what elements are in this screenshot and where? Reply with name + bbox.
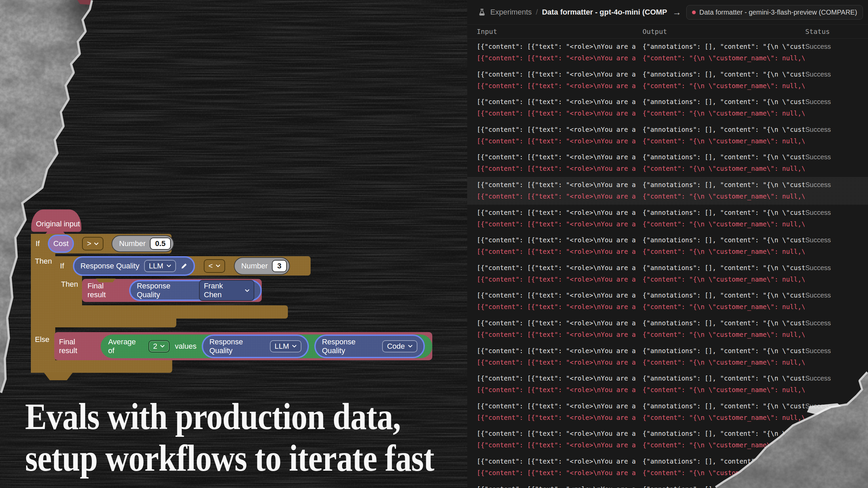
outer-if-spine[interactable] <box>31 234 55 373</box>
headline-line2: setup workflows to iterate fast <box>25 438 434 479</box>
final-result-block-then[interactable]: Final result Response Quality Frank Chen <box>82 279 262 302</box>
block-connector-tab <box>96 279 116 282</box>
cost-variable-pill[interactable]: Cost <box>48 235 74 253</box>
operator-label: > <box>87 239 91 248</box>
llm-label: LLM <box>149 262 163 270</box>
response-quality-code-pill[interactable]: Response Quality Code <box>314 334 425 358</box>
number-value-input[interactable]: 3 <box>272 260 287 272</box>
outer-if-row[interactable]: If Cost > Number 0.5 <box>31 234 172 253</box>
nested-if-bottom-closure <box>55 319 176 327</box>
then-label: Then <box>61 280 78 289</box>
pencil-edit-icon[interactable] <box>181 263 188 269</box>
greater-than-dropdown[interactable]: > <box>82 237 103 250</box>
if-label: If <box>60 262 64 270</box>
code-dropdown[interactable]: Code <box>382 340 417 352</box>
number-pill[interactable]: Number 0.5 <box>112 235 174 252</box>
response-quality-llm-pill[interactable]: Response Quality LLM <box>73 256 195 276</box>
llm-label: LLM <box>275 342 289 351</box>
chevron-down-icon <box>94 242 99 245</box>
less-than-dropdown[interactable]: < <box>204 259 225 273</box>
number-label: Number <box>241 262 268 270</box>
number-value-input[interactable]: 0.5 <box>150 238 171 250</box>
values-label: values <box>175 342 197 351</box>
code-label: Code <box>387 342 405 351</box>
number-pill[interactable]: Number 3 <box>234 257 290 275</box>
block-connector-tab <box>44 373 73 380</box>
response-quality-llm-pill[interactable]: Response Quality LLM <box>202 334 309 358</box>
average-of-label: Average of <box>108 338 143 355</box>
else-label: Else <box>35 335 50 344</box>
final-result-label: Final result <box>87 282 123 299</box>
response-quality-frank-chen-pill[interactable]: Response Quality Frank Chen <box>129 280 262 301</box>
response-quality-label: Response Quality <box>322 338 377 355</box>
nested-if-row[interactable]: If Response Quality LLM < Number 3 <box>55 256 311 276</box>
count-label: 2 <box>153 342 157 351</box>
average-of-pill[interactable]: Average of 2 values Response Quality LLM… <box>101 334 432 358</box>
response-quality-label: Response Quality <box>80 262 139 270</box>
average-count-dropdown[interactable]: 2 <box>149 340 170 352</box>
then-label: Then <box>35 257 52 266</box>
response-quality-label: Response Quality <box>209 338 265 355</box>
number-label: Number <box>119 239 145 248</box>
headline: Evals with production data, setup workfl… <box>25 396 434 479</box>
outer-if-bottom-bar <box>31 360 172 373</box>
cost-label: Cost <box>53 239 68 248</box>
final-result-label: Final result <box>59 338 95 355</box>
chevron-down-icon <box>216 264 220 267</box>
chevron-down-icon <box>292 345 297 348</box>
chevron-down-icon <box>166 264 171 267</box>
final-result-block-else[interactable]: Final result Average of 2 values Respons… <box>54 332 432 360</box>
headline-line1: Evals with production data, <box>25 396 434 438</box>
llm-dropdown[interactable]: LLM <box>144 260 176 272</box>
response-quality-label: Response Quality <box>137 282 194 299</box>
original-input-label: Original input <box>36 220 80 228</box>
llm-dropdown[interactable]: LLM <box>270 340 302 352</box>
chevron-down-icon <box>245 289 250 292</box>
if-label: If <box>36 239 40 248</box>
frank-chen-label: Frank Chen <box>204 282 242 299</box>
nested-if-bottom-arm <box>55 305 288 319</box>
operator-label: < <box>209 262 213 270</box>
chevron-down-icon <box>408 345 413 348</box>
reviewer-dropdown[interactable]: Frank Chen <box>199 280 254 301</box>
chevron-down-icon <box>160 345 165 348</box>
app-screenshot: Experiments / Data formatter - gpt-4o-mi… <box>0 0 868 488</box>
original-input-block[interactable]: Original input <box>31 209 81 232</box>
